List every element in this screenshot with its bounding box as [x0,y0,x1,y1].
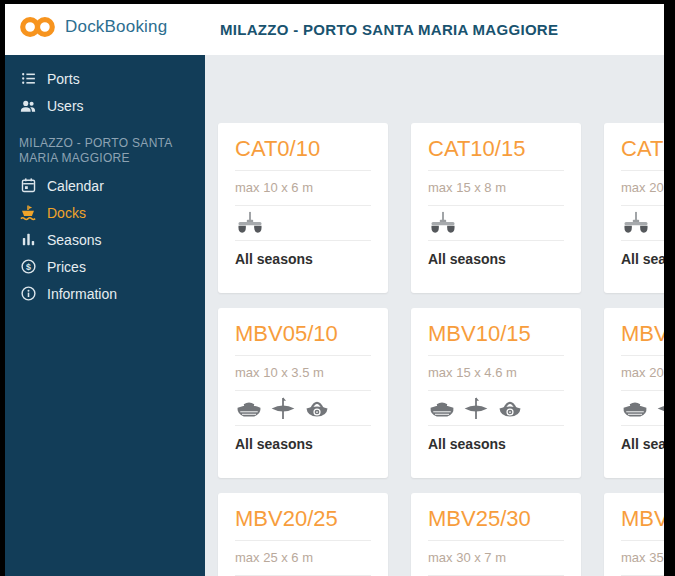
sidebar-item-ports[interactable]: Ports [0,65,205,92]
dock-seasons: All seasons [235,241,371,267]
dock-max-size: max 30 x 7 m [428,541,564,575]
sidebar-item-prices[interactable]: Prices [0,253,205,280]
bar-chart-icon [19,231,37,249]
dock-name: CAT10/15 [428,136,564,162]
sidebar-item-information[interactable]: Information [0,280,205,307]
dollar-circle-icon [19,258,37,276]
boat-icon [19,204,37,222]
sailboat-icon [462,397,490,420]
info-circle-icon [19,285,37,303]
motorboat-icon [428,397,456,420]
dock-max-size: max 15 x 8 m [428,171,564,205]
dock-max-size: max 10 x 3.5 m [235,356,371,390]
sidebar: Ports Users MILAZZO - PORTO SANTA MARIA … [0,55,205,576]
dock-card-grid: CAT0/10 max 10 x 6 m All seasons CAT10/1… [218,123,675,576]
dock-name: CAT0/10 [235,136,371,162]
motorboat-icon [235,397,263,420]
sidebar-item-label: Ports [47,71,80,87]
sidebar-item-label: Calendar [47,178,104,194]
sidebar-item-label: Seasons [47,232,101,248]
dock-card-mbv05-10[interactable]: MBV05/10 max 10 x 3.5 m All seasons [218,308,388,478]
infinity-logo-icon [19,15,56,39]
dock-card-mbv10-15[interactable]: MBV10/15 max 15 x 4.6 m All seasons [411,308,581,478]
sidebar-section-label: MILAZZO - PORTO SANTA MARIA MAGGIORE [19,136,174,166]
catamaran-icon [621,211,651,235]
frame-border-left [0,0,5,576]
dock-card-mbv20-25[interactable]: MBV20/25 max 25 x 6 m All seasons [218,493,388,576]
app-name: DockBooking [65,17,167,37]
dock-seasons: All seasons [428,241,564,267]
dock-max-size: max 15 x 4.6 m [428,356,564,390]
sailboat-icon [269,397,297,420]
header: DockBooking MILAZZO - PORTO SANTA MARIA … [0,4,675,55]
sidebar-item-seasons[interactable]: Seasons [0,226,205,253]
app-logo[interactable]: DockBooking [19,15,167,39]
boat-type-icons [428,391,564,425]
list-icon [19,70,37,88]
frame-border-top [0,0,675,4]
dock-name: MBV20/25 [235,506,371,532]
dock-seasons: All seasons [235,426,371,452]
dock-name: MBV05/10 [235,321,371,347]
dock-seasons: All seasons [428,426,564,452]
motorboat-icon [621,397,649,420]
dock-card-cat0-10[interactable]: CAT0/10 max 10 x 6 m All seasons [218,123,388,293]
sidebar-item-docks[interactable]: Docks [0,199,205,226]
boat-type-icons [235,206,371,240]
catamaran-icon [235,211,265,235]
app-window: DockBooking MILAZZO - PORTO SANTA MARIA … [0,0,675,576]
page-title: MILAZZO - PORTO SANTA MARIA MAGGIORE [220,4,558,55]
users-icon [19,97,37,115]
boat-type-icons [235,391,371,425]
console-boat-icon [496,397,524,420]
sidebar-item-calendar[interactable]: Calendar [0,172,205,199]
dock-max-size: max 25 x 6 m [235,541,371,575]
dock-card-mbv25-30[interactable]: MBV25/30 max 30 x 7 m All seasons [411,493,581,576]
dock-name: MBV10/15 [428,321,564,347]
sidebar-item-label: Users [47,98,84,114]
sidebar-item-label: Information [47,286,117,302]
console-boat-icon [303,397,331,420]
sidebar-item-label: Prices [47,259,86,275]
catamaran-icon [428,211,458,235]
frame-border-right [664,0,675,576]
boat-type-icons [428,206,564,240]
dock-card-cat10-15[interactable]: CAT10/15 max 15 x 8 m All seasons [411,123,581,293]
dock-max-size: max 10 x 6 m [235,171,371,205]
calendar-icon [19,177,37,195]
main-content: CAT0/10 max 10 x 6 m All seasons CAT10/1… [205,55,675,576]
sidebar-item-label: Docks [47,205,86,221]
sidebar-item-users[interactable]: Users [0,92,205,119]
dock-name: MBV25/30 [428,506,564,532]
